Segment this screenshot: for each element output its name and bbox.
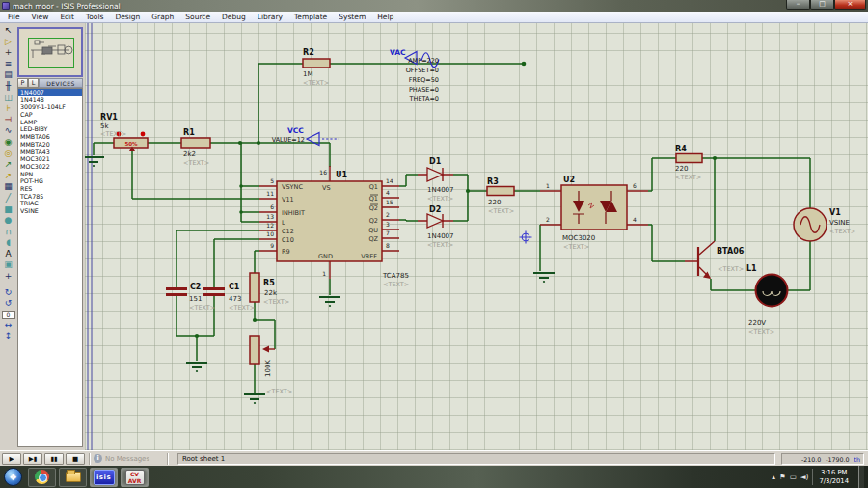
library-manager-button[interactable]: L bbox=[28, 78, 39, 88]
menu-item[interactable]: Edit bbox=[60, 13, 74, 21]
menu-item[interactable]: Graph bbox=[151, 13, 174, 21]
menu-item[interactable]: Design bbox=[115, 13, 140, 21]
rotation-angle-input[interactable]: 0 bbox=[2, 311, 15, 319]
text-script-icon[interactable]: ▤ bbox=[2, 69, 15, 81]
device-list-item[interactable]: LED-BIBY bbox=[18, 125, 82, 133]
selection-pointer-icon[interactable]: ↖ bbox=[2, 25, 15, 37]
d1-diode[interactable]: D1 1N4007 <TEXT> bbox=[427, 157, 454, 203]
menu-item[interactable]: Help bbox=[377, 13, 393, 21]
r3-resistor[interactable]: R3 220 <TEXT> bbox=[487, 177, 514, 215]
sheet-name-field[interactable]: Root sheet 1 bbox=[177, 453, 775, 465]
menu-item[interactable]: Template bbox=[294, 13, 327, 21]
2d-symbol-icon[interactable]: ▣ bbox=[2, 259, 15, 271]
coordinate-display: -210.0 -1790.0 th bbox=[781, 453, 864, 465]
device-list-item[interactable]: NPN bbox=[18, 171, 82, 178]
2d-box-icon[interactable]: ■ bbox=[2, 204, 15, 216]
device-list-item[interactable]: MOC3022 bbox=[18, 163, 82, 171]
r4-resistor[interactable]: R4 220 <TEXT> bbox=[675, 145, 702, 181]
taskbar-isis-button[interactable]: isis bbox=[90, 468, 118, 487]
device-list-item[interactable]: 1N4148 bbox=[18, 96, 82, 104]
step-button[interactable]: ▶▮ bbox=[23, 453, 42, 465]
2d-text-icon[interactable]: A bbox=[2, 249, 15, 260]
pick-devices-button[interactable]: P bbox=[17, 78, 28, 88]
menu-item[interactable]: Tools bbox=[86, 13, 103, 21]
menu-item[interactable]: Library bbox=[258, 13, 283, 21]
schematic-canvas[interactable]: 50% RV1 5k <TEXT> R1 2k2 <TEXT> R2 1M bbox=[85, 23, 868, 450]
action-center-flag-icon[interactable]: ⚑ bbox=[779, 473, 786, 481]
junction-dot-icon[interactable]: + bbox=[2, 47, 15, 59]
virtual-instruments-icon[interactable]: ▦ bbox=[2, 181, 15, 193]
menu-item[interactable]: System bbox=[339, 13, 366, 21]
device-list-item[interactable]: LAMP bbox=[18, 119, 82, 126]
play-button[interactable]: ▶ bbox=[2, 453, 21, 465]
show-desktop-button[interactable] bbox=[858, 466, 864, 488]
stop-button[interactable]: ■ bbox=[66, 453, 85, 465]
d2-diode[interactable]: D2 1N4007 <TEXT> bbox=[427, 205, 454, 249]
restore-button[interactable]: □ bbox=[810, 0, 834, 10]
tray-expand-icon[interactable]: ▴ bbox=[772, 473, 775, 481]
rv1-potentiometer[interactable]: 50% RV1 5k <TEXT> bbox=[100, 113, 148, 151]
graph-mode-icon[interactable]: ∿ bbox=[2, 125, 15, 137]
r1-resistor[interactable]: R1 2k2 <TEXT> bbox=[181, 128, 210, 167]
r2-resistor[interactable]: R2 1M <TEXT> bbox=[303, 48, 330, 87]
pause-button[interactable]: ▮▮ bbox=[44, 453, 64, 465]
device-list-item[interactable]: RES bbox=[18, 185, 82, 193]
taskbar-cvavr-button[interactable]: CV AVR bbox=[121, 468, 149, 487]
menu-item[interactable]: Source bbox=[185, 13, 210, 21]
rv2-preset-pot[interactable]: 100K <TEXT> bbox=[250, 336, 292, 395]
device-list-item[interactable]: VSINE bbox=[18, 207, 82, 215]
device-list-item[interactable]: MMBTA43 bbox=[18, 149, 82, 156]
title-bar: mach moor - ISIS Professional –□× bbox=[0, 0, 868, 12]
u2-moc3020-optocoupler[interactable]: U2 MOC3020 <TEXT> 1 2 6 4 bbox=[546, 176, 637, 251]
menu-item[interactable]: Debug bbox=[222, 13, 246, 21]
buses-icon[interactable]: ╫ bbox=[2, 81, 15, 93]
device-list-item[interactable]: CAP bbox=[18, 111, 82, 119]
device-list-item[interactable]: MMBTA20 bbox=[18, 141, 82, 149]
overview-window[interactable] bbox=[17, 27, 83, 77]
device-list-item[interactable]: 3009Y-1-104LF bbox=[18, 103, 82, 111]
current-probe-icon[interactable]: ↗ bbox=[2, 171, 15, 182]
terminal-icon[interactable]: ⊦ bbox=[2, 103, 15, 115]
2d-arc-icon[interactable]: ∩ bbox=[2, 227, 15, 238]
2d-path-icon[interactable]: ◖ bbox=[2, 237, 15, 249]
v1-vsine-source[interactable]: V1 VSINE <TEXT> bbox=[794, 208, 855, 241]
start-button[interactable]: ❖ bbox=[4, 468, 22, 486]
wire-label-icon[interactable]: ≡ bbox=[2, 59, 15, 70]
wire-layer[interactable] bbox=[94, 62, 810, 393]
device-list-item[interactable]: MOC3021 bbox=[18, 155, 82, 163]
minimize-button[interactable]: – bbox=[786, 0, 810, 10]
speaker-icon[interactable]: ◄) bbox=[800, 473, 809, 481]
2d-circle-icon[interactable]: ● bbox=[2, 215, 15, 227]
l1-lamp[interactable]: L1 220V <TEXT> bbox=[746, 264, 788, 336]
mirror-horizontal-icon[interactable]: ↔ bbox=[2, 320, 15, 332]
c2-capacitor[interactable]: C2 151 <TEXT> bbox=[166, 283, 215, 312]
v1-text: <TEXT> bbox=[829, 228, 855, 235]
generator-icon[interactable]: ◎ bbox=[2, 149, 15, 160]
device-list-item[interactable]: MMBTA06 bbox=[18, 133, 82, 141]
r5-resistor[interactable]: R5 22k <TEXT> bbox=[250, 273, 289, 306]
2d-line-icon[interactable]: ╱ bbox=[2, 193, 15, 204]
menu-item[interactable]: View bbox=[32, 13, 49, 21]
taskbar-explorer-button[interactable] bbox=[59, 468, 87, 487]
voltage-probe-icon[interactable]: ↗ bbox=[2, 159, 15, 171]
taskbar-chrome-button[interactable] bbox=[28, 468, 56, 487]
tape-recorder-icon[interactable]: ◉ bbox=[2, 137, 15, 149]
vac-generator[interactable]: VAC AMP=220 OFFSET=0 FREQ=50 PHASE=0 THE… bbox=[390, 48, 439, 103]
clock[interactable]: 3:16 PM 7/3/2014 bbox=[812, 469, 854, 485]
device-list-item[interactable]: TCA785 bbox=[18, 193, 82, 201]
device-list-item[interactable]: TRIAC bbox=[18, 200, 82, 207]
device-pin-icon[interactable]: ⊣ bbox=[2, 115, 15, 126]
network-icon[interactable]: ▭ bbox=[790, 473, 797, 481]
r5-value: 22k bbox=[264, 289, 278, 297]
bta06-triac[interactable]: BTA06 <TEXT> bbox=[698, 241, 745, 279]
menu-item[interactable]: File bbox=[8, 13, 20, 21]
rotate-anticlockwise-icon[interactable]: ↺ bbox=[2, 298, 15, 310]
subcircuit-icon[interactable]: ◫ bbox=[2, 93, 15, 104]
device-list-item[interactable]: POT-HG bbox=[18, 177, 82, 185]
device-list-item[interactable]: 1N4007 bbox=[18, 89, 82, 96]
component-mode-icon[interactable]: ▷ bbox=[2, 37, 15, 48]
mirror-vertical-icon[interactable]: ↕ bbox=[2, 331, 15, 342]
close-button[interactable]: × bbox=[834, 0, 866, 10]
2d-marker-icon[interactable]: + bbox=[2, 271, 15, 283]
rotate-clockwise-icon[interactable]: ↻ bbox=[2, 287, 15, 299]
